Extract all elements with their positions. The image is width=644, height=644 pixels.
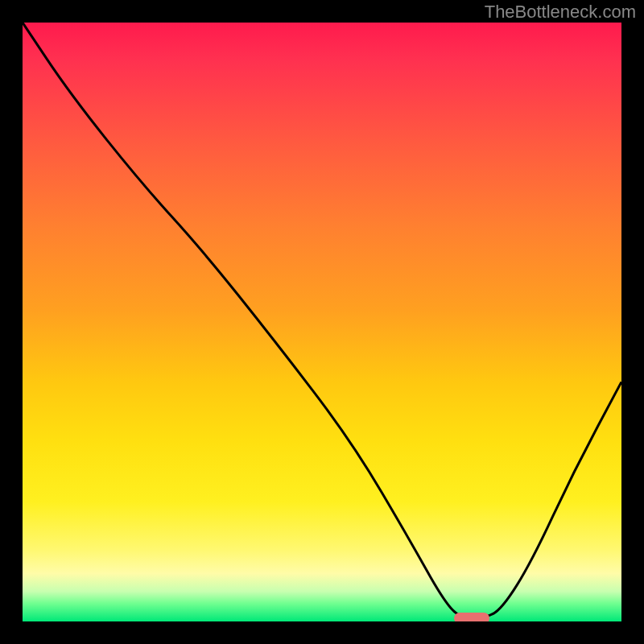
plot-area (23, 23, 621, 621)
curve-path (23, 23, 621, 618)
highlight-marker (454, 613, 489, 621)
chart-curve (23, 23, 621, 621)
watermark-text: TheBottleneck.com (485, 2, 636, 23)
